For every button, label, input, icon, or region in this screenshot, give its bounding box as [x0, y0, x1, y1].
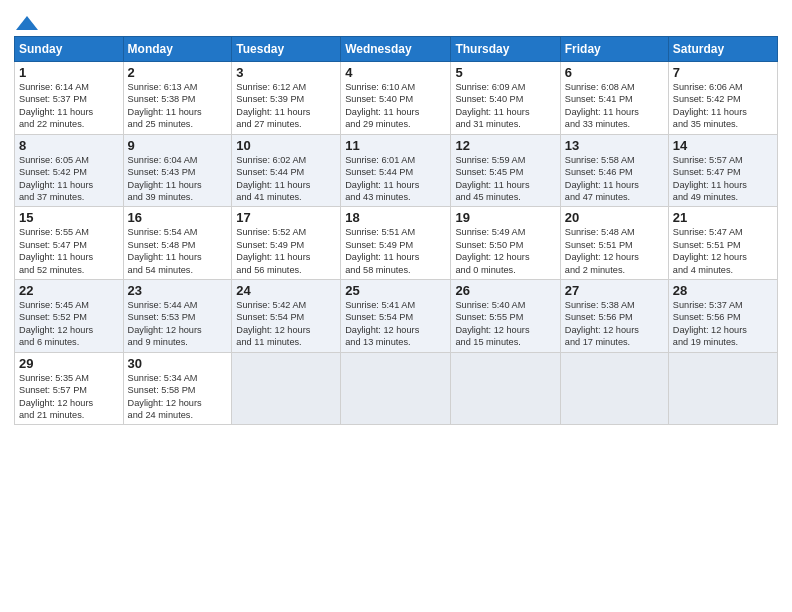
weekday-header-sunday: Sunday: [15, 37, 124, 62]
day-info: Sunrise: 5:35 AMSunset: 5:57 PMDaylight:…: [19, 372, 119, 422]
day-number: 20: [565, 210, 664, 225]
calendar-cell: 18Sunrise: 5:51 AMSunset: 5:49 PMDayligh…: [341, 207, 451, 280]
day-number: 17: [236, 210, 336, 225]
day-number: 12: [455, 138, 555, 153]
logo: [14, 14, 38, 30]
day-info: Sunrise: 6:01 AMSunset: 5:44 PMDaylight:…: [345, 154, 446, 204]
calendar-cell: 24Sunrise: 5:42 AMSunset: 5:54 PMDayligh…: [232, 280, 341, 353]
day-number: 5: [455, 65, 555, 80]
day-info: Sunrise: 5:58 AMSunset: 5:46 PMDaylight:…: [565, 154, 664, 204]
calendar-cell: [451, 352, 560, 425]
day-number: 7: [673, 65, 773, 80]
svg-marker-0: [16, 16, 38, 30]
day-info: Sunrise: 5:55 AMSunset: 5:47 PMDaylight:…: [19, 226, 119, 276]
day-number: 18: [345, 210, 446, 225]
day-info: Sunrise: 5:51 AMSunset: 5:49 PMDaylight:…: [345, 226, 446, 276]
day-number: 25: [345, 283, 446, 298]
day-number: 26: [455, 283, 555, 298]
day-number: 22: [19, 283, 119, 298]
calendar-cell: 2Sunrise: 6:13 AMSunset: 5:38 PMDaylight…: [123, 62, 232, 135]
day-number: 3: [236, 65, 336, 80]
calendar-week-row: 1Sunrise: 6:14 AMSunset: 5:37 PMDaylight…: [15, 62, 778, 135]
day-number: 9: [128, 138, 228, 153]
day-info: Sunrise: 5:49 AMSunset: 5:50 PMDaylight:…: [455, 226, 555, 276]
calendar-cell: 29Sunrise: 5:35 AMSunset: 5:57 PMDayligh…: [15, 352, 124, 425]
day-info: Sunrise: 5:40 AMSunset: 5:55 PMDaylight:…: [455, 299, 555, 349]
calendar-cell: 17Sunrise: 5:52 AMSunset: 5:49 PMDayligh…: [232, 207, 341, 280]
day-info: Sunrise: 6:14 AMSunset: 5:37 PMDaylight:…: [19, 81, 119, 131]
calendar-cell: [232, 352, 341, 425]
day-number: 11: [345, 138, 446, 153]
day-number: 23: [128, 283, 228, 298]
day-info: Sunrise: 6:02 AMSunset: 5:44 PMDaylight:…: [236, 154, 336, 204]
day-info: Sunrise: 6:10 AMSunset: 5:40 PMDaylight:…: [345, 81, 446, 131]
calendar-cell: 11Sunrise: 6:01 AMSunset: 5:44 PMDayligh…: [341, 134, 451, 207]
calendar-cell: 25Sunrise: 5:41 AMSunset: 5:54 PMDayligh…: [341, 280, 451, 353]
calendar-cell: 30Sunrise: 5:34 AMSunset: 5:58 PMDayligh…: [123, 352, 232, 425]
day-number: 27: [565, 283, 664, 298]
day-info: Sunrise: 6:13 AMSunset: 5:38 PMDaylight:…: [128, 81, 228, 131]
calendar-cell: 9Sunrise: 6:04 AMSunset: 5:43 PMDaylight…: [123, 134, 232, 207]
day-info: Sunrise: 5:41 AMSunset: 5:54 PMDaylight:…: [345, 299, 446, 349]
day-info: Sunrise: 5:57 AMSunset: 5:47 PMDaylight:…: [673, 154, 773, 204]
calendar-cell: [668, 352, 777, 425]
day-info: Sunrise: 6:08 AMSunset: 5:41 PMDaylight:…: [565, 81, 664, 131]
day-number: 15: [19, 210, 119, 225]
day-info: Sunrise: 5:34 AMSunset: 5:58 PMDaylight:…: [128, 372, 228, 422]
calendar-week-row: 22Sunrise: 5:45 AMSunset: 5:52 PMDayligh…: [15, 280, 778, 353]
calendar-cell: 6Sunrise: 6:08 AMSunset: 5:41 PMDaylight…: [560, 62, 668, 135]
calendar-cell: 7Sunrise: 6:06 AMSunset: 5:42 PMDaylight…: [668, 62, 777, 135]
calendar-cell: 13Sunrise: 5:58 AMSunset: 5:46 PMDayligh…: [560, 134, 668, 207]
day-number: 8: [19, 138, 119, 153]
day-number: 13: [565, 138, 664, 153]
calendar-cell: 20Sunrise: 5:48 AMSunset: 5:51 PMDayligh…: [560, 207, 668, 280]
day-number: 6: [565, 65, 664, 80]
day-info: Sunrise: 5:52 AMSunset: 5:49 PMDaylight:…: [236, 226, 336, 276]
calendar-cell: [560, 352, 668, 425]
day-number: 10: [236, 138, 336, 153]
calendar-table: SundayMondayTuesdayWednesdayThursdayFrid…: [14, 36, 778, 425]
calendar-cell: 8Sunrise: 6:05 AMSunset: 5:42 PMDaylight…: [15, 134, 124, 207]
day-number: 21: [673, 210, 773, 225]
day-info: Sunrise: 6:12 AMSunset: 5:39 PMDaylight:…: [236, 81, 336, 131]
day-info: Sunrise: 6:09 AMSunset: 5:40 PMDaylight:…: [455, 81, 555, 131]
day-number: 1: [19, 65, 119, 80]
weekday-header-wednesday: Wednesday: [341, 37, 451, 62]
calendar-cell: 22Sunrise: 5:45 AMSunset: 5:52 PMDayligh…: [15, 280, 124, 353]
calendar-cell: 19Sunrise: 5:49 AMSunset: 5:50 PMDayligh…: [451, 207, 560, 280]
weekday-header-friday: Friday: [560, 37, 668, 62]
day-info: Sunrise: 6:04 AMSunset: 5:43 PMDaylight:…: [128, 154, 228, 204]
day-number: 14: [673, 138, 773, 153]
day-info: Sunrise: 5:48 AMSunset: 5:51 PMDaylight:…: [565, 226, 664, 276]
calendar-week-row: 8Sunrise: 6:05 AMSunset: 5:42 PMDaylight…: [15, 134, 778, 207]
day-info: Sunrise: 5:37 AMSunset: 5:56 PMDaylight:…: [673, 299, 773, 349]
calendar-cell: 12Sunrise: 5:59 AMSunset: 5:45 PMDayligh…: [451, 134, 560, 207]
calendar-cell: 21Sunrise: 5:47 AMSunset: 5:51 PMDayligh…: [668, 207, 777, 280]
day-number: 28: [673, 283, 773, 298]
day-info: Sunrise: 5:44 AMSunset: 5:53 PMDaylight:…: [128, 299, 228, 349]
header: [14, 10, 778, 30]
weekday-header-thursday: Thursday: [451, 37, 560, 62]
calendar-cell: 16Sunrise: 5:54 AMSunset: 5:48 PMDayligh…: [123, 207, 232, 280]
day-number: 2: [128, 65, 228, 80]
day-info: Sunrise: 5:45 AMSunset: 5:52 PMDaylight:…: [19, 299, 119, 349]
day-info: Sunrise: 5:59 AMSunset: 5:45 PMDaylight:…: [455, 154, 555, 204]
logo-arrow-icon: [16, 16, 38, 30]
calendar-header-row: SundayMondayTuesdayWednesdayThursdayFrid…: [15, 37, 778, 62]
calendar-week-row: 29Sunrise: 5:35 AMSunset: 5:57 PMDayligh…: [15, 352, 778, 425]
day-number: 29: [19, 356, 119, 371]
calendar-cell: 28Sunrise: 5:37 AMSunset: 5:56 PMDayligh…: [668, 280, 777, 353]
day-info: Sunrise: 5:38 AMSunset: 5:56 PMDaylight:…: [565, 299, 664, 349]
calendar-cell: 15Sunrise: 5:55 AMSunset: 5:47 PMDayligh…: [15, 207, 124, 280]
day-number: 4: [345, 65, 446, 80]
page: SundayMondayTuesdayWednesdayThursdayFrid…: [0, 0, 792, 433]
calendar-cell: 1Sunrise: 6:14 AMSunset: 5:37 PMDaylight…: [15, 62, 124, 135]
day-info: Sunrise: 5:42 AMSunset: 5:54 PMDaylight:…: [236, 299, 336, 349]
weekday-header-tuesday: Tuesday: [232, 37, 341, 62]
calendar-cell: 4Sunrise: 6:10 AMSunset: 5:40 PMDaylight…: [341, 62, 451, 135]
calendar-cell: 14Sunrise: 5:57 AMSunset: 5:47 PMDayligh…: [668, 134, 777, 207]
calendar-cell: 27Sunrise: 5:38 AMSunset: 5:56 PMDayligh…: [560, 280, 668, 353]
day-info: Sunrise: 6:06 AMSunset: 5:42 PMDaylight:…: [673, 81, 773, 131]
calendar-week-row: 15Sunrise: 5:55 AMSunset: 5:47 PMDayligh…: [15, 207, 778, 280]
day-number: 24: [236, 283, 336, 298]
